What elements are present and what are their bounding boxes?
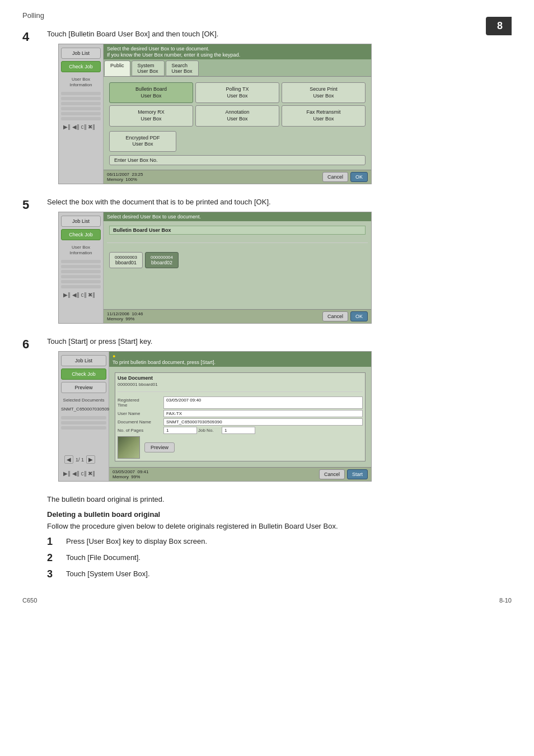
deleting-heading: Deleting a bulletin board original [47, 510, 512, 519]
device-header-s6: ● To print bulletin board document, pres… [109, 352, 371, 367]
start-btn-s6[interactable]: Start [347, 469, 368, 479]
device-panel-step6: Job List Check Job Preview Selected Docu… [58, 351, 372, 482]
job-list-btn-s4[interactable]: Job List [61, 48, 101, 59]
cancel-btn-s6[interactable]: Cancel [319, 469, 345, 479]
step-6-content: Touch [Start] or press [Start] key. Job … [47, 337, 512, 482]
cancel-btn-s4[interactable]: Cancel [322, 172, 348, 182]
tab-search-s4[interactable]: SearchUser Box [166, 60, 199, 76]
device-main-s4: Select the desired User Box to use docum… [104, 44, 371, 184]
sidebar-label-s5: User Box Information [61, 245, 101, 255]
memory-rx-btn[interactable]: Memory RXUser Box [109, 105, 193, 126]
step-5: 5 Select the box with the document that … [22, 198, 512, 324]
page-navigation: ◀ 1/ 1 ▶ [62, 454, 105, 465]
header-bullet-s6: ● [113, 353, 368, 359]
doc-list-s5: 000000003 bboard01 000000004 bboard02 [107, 250, 368, 270]
s5-line-3 [61, 270, 101, 273]
step-4-number: 4 [22, 30, 38, 44]
s6-line-3 [61, 426, 106, 430]
sidebar-line-1 [61, 92, 101, 95]
footer-datetime-s6: 03/05/2007 09:41 Memory 99% [113, 469, 149, 479]
device-sidebar-step5: Job List Check Job User Box Information … [59, 212, 104, 323]
doc-id-1: 000000003 [113, 255, 139, 260]
device-sidebar-step6: Job List Check Job Preview Selected Docu… [59, 352, 109, 481]
field-label-jobno: Job No. [198, 427, 221, 434]
footer-btns-s6: Cancel Start [319, 469, 368, 479]
deleting-desc: Follow the procedure given below to dele… [47, 522, 512, 530]
tab-public-s4[interactable]: Public [104, 60, 130, 76]
polling-tx-btn[interactable]: Polling TXUser Box [195, 82, 279, 103]
field-label-docname: Document Name [118, 418, 162, 426]
sub-step-3-text: Touch [System User Box]. [66, 568, 150, 578]
footer-memory-val-s4: 100% [125, 177, 137, 182]
preview-thumbnail [118, 436, 140, 459]
nav-prev[interactable]: ◀ [64, 455, 73, 464]
device-icons-row-s4: ▶‖ ◀‖ c‖ ✖‖ [61, 123, 101, 131]
footer-datetime-s5: 11/12/2006 10:46 Memory 99% [107, 311, 143, 321]
footer-btns-s5: Cancel OK [322, 311, 368, 321]
step-4-content: Touch [Bulletin Board User Box] and then… [47, 30, 512, 184]
step-6: 6 Touch [Start] or press [Start] key. Jo… [22, 337, 512, 482]
device-content-s5: Bulletin Board User Box 000000003 bboard… [104, 221, 371, 309]
sidebar-line-6 [61, 117, 101, 120]
check-job-btn-s4[interactable]: Check Job [61, 61, 101, 72]
sidebar-line-2 [61, 97, 101, 100]
page-number: 8 [486, 17, 512, 35]
device-footer-s6: 03/05/2007 09:41 Memory 99% Cancel Start [109, 467, 371, 481]
footer-left: C650 [22, 597, 37, 604]
doc-item-1[interactable]: 000000003 bboard01 [109, 252, 143, 268]
doc-id-2: 000000004 [149, 255, 175, 260]
footer-right: 8-10 [499, 597, 512, 604]
sidebar-line-5 [61, 112, 101, 115]
step-4: 4 Touch [Bulletin Board User Box] and th… [22, 30, 512, 184]
bulletin-board-section-label: Bulletin Board User Box [109, 226, 366, 235]
s6-line-2 [61, 421, 106, 424]
field-value-username: FAX-TX [163, 410, 363, 417]
sidebar-lines-s5 [61, 260, 101, 288]
nav-next[interactable]: ▶ [86, 455, 95, 464]
sub-step-3-number: 3 [47, 568, 59, 580]
step-5-text: Select the box with the document that is… [47, 198, 512, 206]
footer-time-s6: 09:41 [138, 469, 149, 474]
annotation-btn[interactable]: AnnotationUser Box [195, 105, 279, 126]
fax-retransmit-btn[interactable]: Fax RetransmitUser Box [282, 105, 366, 126]
field-label-pages: No. of Pages [118, 427, 162, 434]
device-tab-row-s4: Public SystemUser Box SearchUser Box [104, 59, 371, 77]
use-doc-fields-2col: No. of Pages 1 Job No. 1 [118, 427, 363, 434]
footer-memory-label-s4: Memory [107, 177, 123, 182]
page-nav-value: 1/ 1 [76, 457, 84, 463]
encrypted-pdf-btn[interactable]: Encrypted PDFUser Box [109, 131, 176, 152]
page-nav-s6: ◀ 1/ 1 ▶ [61, 452, 106, 467]
tab-system-s4[interactable]: SystemUser Box [132, 60, 165, 76]
sub-step-1: 1 Press [User Box] key to display Box sc… [47, 536, 512, 548]
footer-time-s5: 10:46 [132, 311, 143, 316]
footer-memory-val-s6: 99% [131, 474, 140, 479]
check-job-btn-s5[interactable]: Check Job [61, 229, 101, 240]
ok-btn-s5[interactable]: OK [350, 311, 368, 321]
device-footer-s5: 11/12/2006 10:46 Memory 99% Cancel OK [104, 309, 371, 323]
doc-item-2[interactable]: 000000004 bboard02 [145, 252, 179, 268]
field-value-pages: 1 [163, 427, 197, 434]
job-list-btn-s6[interactable]: Job List [61, 355, 106, 366]
ok-btn-s4[interactable]: OK [350, 172, 368, 182]
selected-docs-label-s6: Selected Documents [61, 398, 106, 403]
field-label-registered: RegisteredTime [118, 396, 162, 409]
footer-date-s5: 11/12/2006 [107, 311, 129, 316]
enter-box-btn[interactable]: Enter User Box No. [109, 155, 366, 165]
secure-print-btn[interactable]: Secure PrintUser Box [282, 82, 366, 103]
page-footer: C650 8-10 [22, 597, 512, 604]
s5-line-1 [61, 260, 101, 263]
use-doc-fields: RegisteredTime 03/05/2007 09:40 User Nam… [118, 396, 363, 426]
field-label-username: User Name [118, 410, 162, 417]
check-job-btn-s6[interactable]: Check Job [61, 368, 106, 380]
box-grid-s4: Bulletin BoardUser Box Polling TXUser Bo… [107, 80, 368, 129]
page-title: Polling [22, 11, 44, 20]
bulletin-board-btn[interactable]: Bulletin BoardUser Box [109, 82, 193, 103]
preview-btn-sidebar-s6[interactable]: Preview [61, 382, 106, 393]
cancel-btn-s5[interactable]: Cancel [322, 311, 348, 321]
footer-datetime-s4: 06/11/2007 23:25 Memory 100% [107, 172, 143, 182]
s5-line-5 [61, 280, 101, 283]
device-main-s5: Select desired User Box to use document.… [104, 212, 371, 323]
job-list-btn-s5[interactable]: Job List [61, 216, 101, 227]
preview-btn-s6[interactable]: Preview [144, 442, 175, 452]
sub-step-3: 3 Touch [System User Box]. [47, 568, 512, 580]
